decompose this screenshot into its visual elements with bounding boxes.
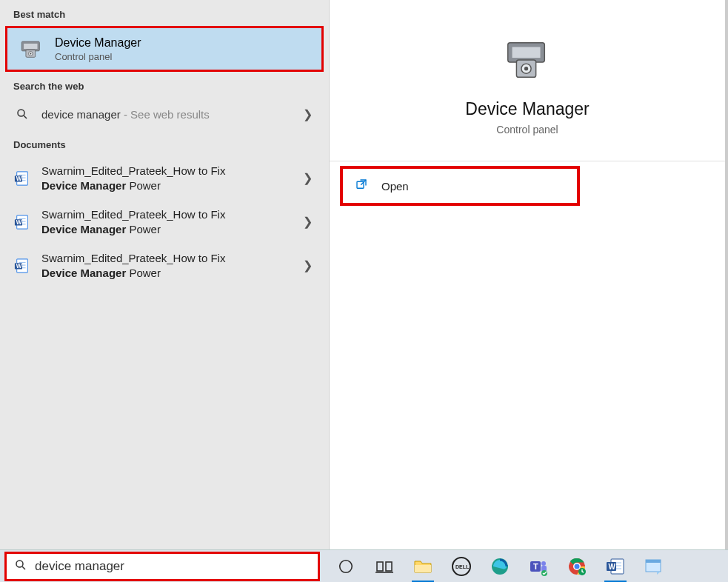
svg-point-31 <box>16 561 23 567</box>
svg-rect-35 <box>386 562 392 571</box>
edge-icon[interactable] <box>486 552 514 581</box>
svg-point-43 <box>541 561 546 566</box>
taskbar-search-box[interactable] <box>4 552 320 581</box>
chevron-right-icon: ❯ <box>303 215 315 229</box>
chrome-icon[interactable] <box>563 552 591 581</box>
svg-rect-1 <box>24 44 37 49</box>
detail-subtitle: Control panel <box>496 124 558 136</box>
search-results-panel: Best match Device Manager Control panel … <box>0 0 329 549</box>
web-result-query: device manager <box>41 108 121 121</box>
svg-text:W: W <box>16 218 22 225</box>
word-document-icon: W <box>13 213 31 231</box>
best-match-subtitle: Control panel <box>55 51 311 62</box>
word-document-icon: W <box>13 170 31 187</box>
svg-text:W: W <box>16 262 22 269</box>
svg-point-29 <box>524 67 528 70</box>
taskbar: DELL T W <box>0 549 728 582</box>
taskbar-icons: DELL T W <box>332 552 668 581</box>
svg-text:T: T <box>533 562 538 571</box>
svg-text:W: W <box>16 175 22 181</box>
device-manager-large-icon <box>501 34 553 86</box>
search-icon <box>14 558 27 575</box>
document-result[interactable]: W Swarnim_Edited_Prateek_How to Fix Devi… <box>0 156 329 200</box>
svg-line-32 <box>22 566 25 569</box>
open-label: Open <box>381 180 409 193</box>
dell-icon[interactable]: DELL <box>447 552 475 581</box>
chevron-right-icon: ❯ <box>303 258 315 272</box>
svg-point-48 <box>575 563 580 569</box>
detail-panel: Device Manager Control panel Open <box>329 0 725 549</box>
svg-point-4 <box>30 53 31 54</box>
svg-text:DELL: DELL <box>455 564 470 569</box>
section-header-web: Search the web <box>0 72 329 98</box>
web-result-suffix: - See web results <box>121 108 210 121</box>
svg-rect-26 <box>512 47 541 58</box>
divider <box>330 161 725 161</box>
document-result[interactable]: W Swarnim_Edited_Prateek_How to Fix Devi… <box>0 244 329 287</box>
chevron-right-icon: ❯ <box>303 107 315 121</box>
svg-rect-34 <box>377 562 383 571</box>
search-icon <box>13 105 31 123</box>
detail-title: Device Manager <box>465 99 589 119</box>
section-header-documents: Documents <box>0 130 329 156</box>
svg-point-45 <box>541 570 547 576</box>
cortana-icon[interactable] <box>332 552 360 581</box>
scrollbar[interactable] <box>725 0 728 549</box>
best-match-title: Device Manager <box>55 36 311 50</box>
best-match-result[interactable]: Device Manager Control panel <box>5 26 324 72</box>
teams-icon[interactable]: T <box>524 552 552 581</box>
svg-point-5 <box>18 110 24 116</box>
svg-rect-57 <box>646 560 661 563</box>
svg-point-33 <box>340 560 353 572</box>
section-header-best-match: Best match <box>0 0 329 26</box>
svg-text:W: W <box>609 562 616 570</box>
document-title: Swarnim_Edited_Prateek_How to Fix Device… <box>41 251 293 280</box>
word-icon[interactable]: W <box>601 552 630 581</box>
chevron-right-icon: ❯ <box>303 171 315 185</box>
open-action[interactable]: Open <box>340 166 580 206</box>
svg-line-6 <box>24 116 27 118</box>
task-view-icon[interactable] <box>370 552 398 581</box>
document-title: Swarnim_Edited_Prateek_How to Fix Device… <box>41 164 293 193</box>
document-result[interactable]: W Swarnim_Edited_Prateek_How to Fix Devi… <box>0 200 329 244</box>
search-input[interactable] <box>35 559 310 574</box>
svg-rect-37 <box>415 565 431 572</box>
web-result-text: device manager - See web results <box>41 108 210 121</box>
sticky-notes-icon[interactable] <box>640 552 668 581</box>
best-match-text: Device Manager Control panel <box>55 36 311 62</box>
file-explorer-icon[interactable] <box>409 552 437 581</box>
web-result-row[interactable]: device manager - See web results ❯ <box>0 98 329 130</box>
word-document-icon: W <box>13 257 31 275</box>
device-manager-icon <box>18 36 44 62</box>
document-title: Swarnim_Edited_Prateek_How to Fix Device… <box>41 207 293 236</box>
open-icon <box>355 178 368 194</box>
